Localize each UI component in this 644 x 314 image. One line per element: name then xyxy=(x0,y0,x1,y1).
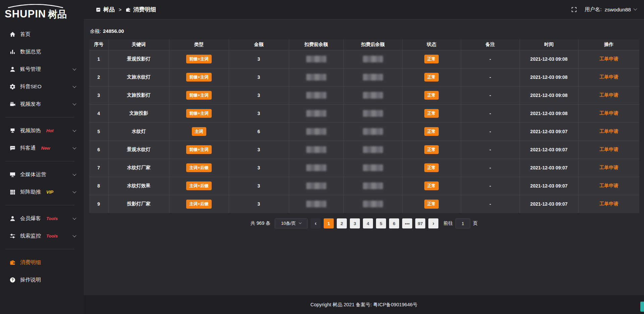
sidebar-item-douketong[interactable]: 抖客通 New xyxy=(0,139,84,157)
balance: 余额:24856.00 xyxy=(90,28,639,35)
table-header-row: 序号关键词类型金额扣费前余额扣费后余额状态备注时间操作 xyxy=(89,39,639,50)
cell-action: 工单申请 xyxy=(578,104,639,122)
page-button-2[interactable]: 2 xyxy=(337,218,347,228)
copyright-text: Copyright 树品 2021 备案号: 粤ICP备09019646号 xyxy=(310,302,417,308)
sidebar-item-all-media-operation[interactable]: 全媒体运营 xyxy=(0,166,84,183)
logo-text-en: SHUPIN xyxy=(5,8,46,20)
page-buttons: 123456•••97 xyxy=(324,218,425,228)
cell-type: 前缀+主词 xyxy=(169,86,229,104)
column-header-1: 关键词 xyxy=(108,39,169,50)
page-button-5[interactable]: 5 xyxy=(376,218,386,228)
user-dropdown[interactable]: 用户名: zswodun88 xyxy=(585,6,637,13)
redacted-value xyxy=(363,128,383,135)
question-icon: ? xyxy=(9,277,16,283)
prev-page-button[interactable]: ‹ xyxy=(311,218,321,228)
sidebar-item-account-management[interactable]: 账号管理 xyxy=(0,60,84,78)
redacted-value xyxy=(363,182,383,189)
sidebar-item-label: 首页 xyxy=(20,31,31,38)
chevron-down-icon xyxy=(72,172,76,176)
side-widget-tab[interactable] xyxy=(640,302,644,312)
cell-type: 前缀+主词 xyxy=(169,141,229,159)
redacted-value xyxy=(363,164,383,171)
cell-remark: - xyxy=(461,141,520,159)
sidebar-item-home[interactable]: 首页 xyxy=(0,25,84,43)
user-icon xyxy=(9,66,16,72)
sidebar-item-video-heating[interactable]: 视频加热 Hot xyxy=(0,122,84,139)
topbar-right: 用户名: zswodun88 xyxy=(571,6,637,13)
cell-time: 2021-12-03 09:08 xyxy=(520,50,578,68)
redacted-value xyxy=(363,146,383,153)
cell-keyword: 投影灯厂家 xyxy=(108,195,169,213)
home-icon xyxy=(9,31,16,38)
page-button-1[interactable]: 1 xyxy=(324,218,334,228)
breadcrumb-item-consumption-details[interactable]: 消费明细 xyxy=(125,6,156,13)
type-badge: 前缀+主词 xyxy=(186,109,211,118)
page-button-97[interactable]: 97 xyxy=(415,218,425,228)
table-row: 2文旅水纹灯前缀+主词3正常-2021-12-03 09:08工单申请 xyxy=(89,68,639,86)
cell-action: 工单申请 xyxy=(578,195,639,213)
redacted-value xyxy=(363,110,383,117)
type-badge: 主词+后缀 xyxy=(186,200,211,209)
sidebar-item-matrix-boost[interactable]: 矩阵助推 VIP xyxy=(0,183,84,201)
column-header-8: 时间 xyxy=(520,39,578,50)
cell-time: 2021-12-03 09:07 xyxy=(520,141,578,159)
redacted-value xyxy=(306,74,326,81)
wallet-icon xyxy=(125,7,131,12)
table-row: 5水纹灯主词6正常-2021-12-03 09:07工单申请 xyxy=(89,122,639,141)
breadcrumb-label: 消费明细 xyxy=(133,6,156,13)
work-order-link[interactable]: 工单申请 xyxy=(599,92,618,98)
page-button-4[interactable]: 4 xyxy=(363,218,373,228)
logo-text-cn: 树品 xyxy=(48,8,67,21)
cell-type: 前缀+主词 xyxy=(169,68,229,86)
work-order-link[interactable]: 工单申请 xyxy=(599,147,618,152)
work-order-link[interactable]: 工单申请 xyxy=(599,183,618,188)
sidebar-item-operation-guide[interactable]: ? 操作说明 xyxy=(0,271,84,289)
user-icon xyxy=(9,215,16,222)
fullscreen-icon[interactable] xyxy=(571,6,577,13)
next-page-button[interactable]: › xyxy=(428,218,438,228)
goto-page-input[interactable] xyxy=(455,218,470,228)
status-badge: 正常 xyxy=(424,91,439,100)
sidebar-item-lead-monitoring[interactable]: 线索监控 Tools xyxy=(0,227,84,245)
status-badge: 正常 xyxy=(424,163,439,172)
cell-amount: 3 xyxy=(229,104,289,122)
page-size-select[interactable]: 10条/页 xyxy=(275,218,308,228)
type-badge: 前缀+主词 xyxy=(186,55,211,64)
app-root: SHUPIN 树品 首页 数据总览 账号管理 抖音SEO 视频发布 xyxy=(0,0,644,314)
page-button-6[interactable]: 6 xyxy=(389,218,399,228)
cell-balance-after xyxy=(343,141,402,159)
work-order-link[interactable]: 工单申请 xyxy=(599,165,618,170)
cell-index: 6 xyxy=(89,141,108,159)
cell-balance-after xyxy=(343,50,402,68)
cell-status: 正常 xyxy=(402,86,461,104)
sidebar-item-member-burst[interactable]: 会员爆客 Tools xyxy=(0,210,84,227)
status-badge: 正常 xyxy=(424,55,439,64)
sidebar-item-consumption-details[interactable]: 消费明细 xyxy=(0,254,84,271)
sidebar-divider xyxy=(5,117,74,117)
type-badge: 前缀+主词 xyxy=(186,91,211,100)
chat-icon xyxy=(9,145,16,151)
camera-icon xyxy=(9,101,16,107)
cell-amount: 3 xyxy=(229,86,289,104)
cell-keyword: 文旅投影灯 xyxy=(108,86,169,104)
sidebar-item-label: 矩阵助推 xyxy=(20,189,41,196)
status-badge: 正常 xyxy=(424,145,439,154)
column-header-2: 类型 xyxy=(169,39,229,50)
page-button-3[interactable]: 3 xyxy=(350,218,360,228)
cell-amount: 3 xyxy=(229,50,289,68)
work-order-link[interactable]: 工单申请 xyxy=(599,201,618,206)
sidebar-item-video-publish[interactable]: 视频发布 xyxy=(0,95,84,113)
work-order-link[interactable]: 工单申请 xyxy=(599,128,618,134)
cell-action: 工单申请 xyxy=(578,86,639,104)
work-order-link[interactable]: 工单申请 xyxy=(599,74,618,80)
more-pages-button[interactable]: ••• xyxy=(402,218,412,228)
breadcrumb-item-shupin[interactable]: 树品 xyxy=(96,6,115,13)
cell-status: 正常 xyxy=(402,50,461,68)
sidebar-item-data-overview[interactable]: 数据总览 xyxy=(0,43,84,60)
work-order-link[interactable]: 工单申请 xyxy=(599,110,618,116)
type-badge: 主词+后缀 xyxy=(186,163,211,172)
chevron-down-icon xyxy=(72,67,76,70)
work-order-link[interactable]: 工单申请 xyxy=(599,56,618,61)
sidebar-item-douyin-seo[interactable]: 抖音SEO xyxy=(0,78,84,95)
consumption-table: 序号关键词类型金额扣费前余额扣费后余额状态备注时间操作 1景观投影灯前缀+主词3… xyxy=(89,39,639,213)
